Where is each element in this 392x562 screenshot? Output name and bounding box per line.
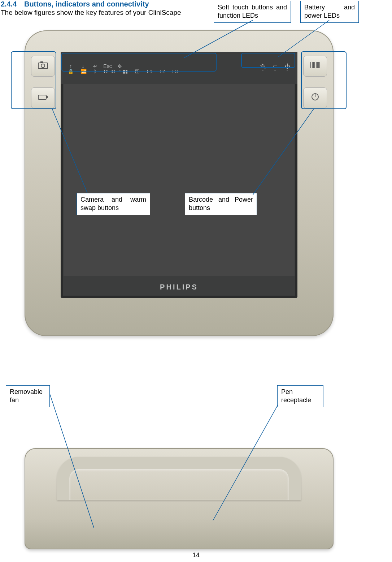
brand-label: PHILIPS [61,276,297,298]
section-heading: 2.4.4 Buttons, indicators and connectivi… [1,0,149,8]
callout-battery: Battery and power LEDs [300,1,359,23]
highlight-left-buttons [11,51,56,109]
callout-barcode: Barcode and Power buttons [185,193,257,215]
section-title: Buttons, indicators and connectivity [24,0,149,8]
device-front-view: ↑ ↓ ↵ Esc ✥ 🔌 ▭ ⏻ 🔒 📶 ᛒ RFID ▮▮ ⚿ F1 F2 … [25,30,334,336]
highlight-right-buttons [301,51,347,109]
highlight-topbar-leds [61,53,217,72]
intro-text: The below figures show the key features … [1,9,181,17]
callout-pen: Pen receptacle [277,385,323,407]
display-area [64,84,295,276]
highlight-power-leds [241,53,295,68]
callout-fan: Removable fan [6,385,50,407]
carry-handle [57,457,301,500]
screen-frame: ↑ ↓ ↵ Esc ✥ 🔌 ▭ ⏻ 🔒 📶 ᛒ RFID ▮▮ ⚿ F1 F2 … [61,52,297,298]
callout-soft-touch: Soft touch buttons and function LEDs [214,1,291,23]
page-number: 14 [0,552,392,559]
callout-camera: Camera and warm swap buttons [77,193,150,215]
device-back-view [25,448,334,549]
section-number: 2.4.4 [1,0,17,8]
